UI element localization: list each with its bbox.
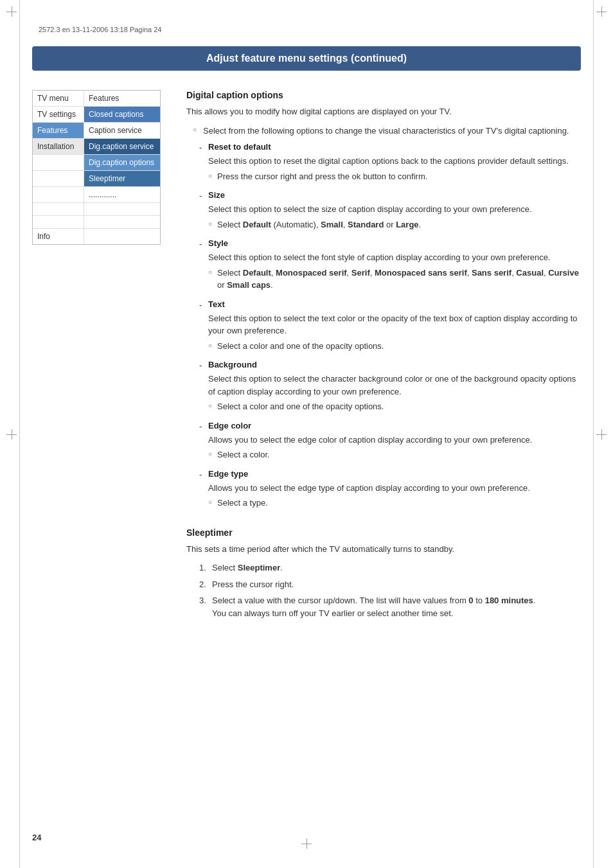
tv-menu-empty-7b	[84, 216, 160, 228]
tv-menu-row-2: Installation Dig.caption service	[33, 139, 160, 155]
side-border-left	[19, 0, 20, 868]
item-reset-text: Select this option to reset the digital …	[208, 155, 581, 168]
section-spacer	[186, 517, 581, 527]
sub-bullet-icon-reset: ○	[208, 172, 215, 179]
sleeptimer-title: Sleeptimer	[186, 527, 581, 538]
item-background-dash: - Background	[199, 360, 581, 370]
tv-menu-row-6	[33, 203, 160, 216]
sleeptimer-step-2: 2. Press the cursor right.	[199, 578, 581, 591]
step-text-3: Select a value with the cursor up/down. …	[212, 594, 535, 619]
page-container: 2572.3 en 13-11-2006 13:18 Pagina 24 Adj…	[0, 0, 613, 868]
tv-menu-header-row: TV menu Features	[33, 91, 160, 107]
tv-menu-dots: .............	[84, 187, 160, 202]
item-reset-dash: - Reset to default	[199, 142, 581, 152]
item-edge-color-label: Edge color	[208, 421, 251, 430]
tv-menu-row-0: TV settings Closed captions	[33, 107, 160, 123]
item-edge-color-dash: - Edge color	[199, 421, 581, 431]
sub-bullet-icon-background: ○	[208, 402, 215, 409]
sleeptimer-step-3: 3. Select a value with the cursor up/dow…	[199, 594, 581, 619]
step-num-2: 2.	[199, 578, 212, 591]
step-text-2: Press the cursor right.	[212, 578, 294, 591]
sub-bullet-icon-size: ○	[208, 220, 215, 227]
main-content: TV menu Features TV settings Closed capt…	[32, 90, 581, 623]
item-edge-type: - Edge type Allows you to select the edg…	[199, 469, 581, 509]
dash-icon-size: -	[199, 191, 208, 200]
item-edge-color-text: Allows you to select the edge color of c…	[208, 434, 581, 447]
tv-menu-empty-5	[33, 187, 84, 202]
tv-menu-row-5: .............	[33, 187, 160, 203]
item-edge-type-label: Edge type	[208, 469, 248, 479]
item-size-text: Select this option to select the size of…	[208, 203, 581, 216]
crosshair-top-left	[6, 6, 17, 17]
item-edge-type-text: Allows you to select the edge type of ca…	[208, 482, 581, 495]
item-reset-label: Reset to default	[208, 142, 271, 152]
bullet-circle-icon: ○	[193, 126, 199, 133]
dash-icon-edge-type: -	[199, 470, 208, 479]
tv-menu-features: Features	[33, 123, 84, 138]
tv-menu-empty-7a	[33, 216, 84, 228]
sub-bullet-icon-text: ○	[208, 342, 215, 349]
doc-meta: 2572.3 en 13-11-2006 13:18 Pagina 24	[32, 26, 581, 33]
tv-menu-col1-header: TV menu	[33, 91, 84, 106]
item-edge-color: - Edge color Allows you to select the ed…	[199, 421, 581, 461]
dash-icon-style: -	[199, 239, 208, 249]
tv-menu-empty-3	[33, 155, 84, 170]
item-edge-type-sub-bullet: ○ Select a type.	[208, 497, 581, 509]
tv-menu-row-1: Features Caption service	[33, 123, 160, 139]
tv-menu-col2-header: Features	[84, 91, 160, 106]
item-text-label: Text	[208, 299, 225, 309]
crosshair-bottom-center	[301, 838, 312, 849]
item-size-sub-text: Select Default (Automatic), Small, Stand…	[217, 218, 421, 231]
item-size-label: Size	[208, 190, 225, 200]
item-background: - Background Select this option to selec…	[199, 360, 581, 413]
content-area: Digital caption options This allows you …	[180, 90, 581, 623]
tv-menu-empty-8b	[84, 229, 160, 244]
digital-caption-title: Digital caption options	[186, 90, 581, 100]
tv-menu-empty-6b	[84, 203, 160, 215]
digital-caption-intro: This allows you to modify how digital ca…	[186, 105, 581, 118]
dash-icon-edge-color: -	[199, 421, 208, 431]
item-edge-type-dash: - Edge type	[199, 469, 581, 479]
item-text-sub-text: Select a color and one of the opacity op…	[217, 340, 384, 353]
tv-menu-digcaptionservice: Dig.caption service	[84, 139, 160, 154]
dash-icon-reset: -	[199, 143, 208, 152]
crosshair-mid-left	[6, 429, 17, 439]
item-style-sub-bullet: ○ Select Default, Monospaced serif, Seri…	[208, 267, 581, 292]
item-size-dash: - Size	[199, 190, 581, 200]
item-style-label: Style	[208, 238, 228, 248]
tv-menu-info: Info	[33, 229, 84, 244]
tv-menu-empty-4	[33, 171, 84, 186]
tv-menu-panel: TV menu Features TV settings Closed capt…	[32, 90, 161, 245]
tv-menu-row-7	[33, 216, 160, 229]
item-background-text: Select this option to select the charact…	[208, 373, 581, 398]
item-style-text: Select this option to select the font st…	[208, 251, 581, 264]
page-title: Adjust feature menu settings (continued)	[32, 46, 581, 71]
sub-bullet-icon-edge-type: ○	[208, 499, 215, 506]
item-style-dash: - Style	[199, 238, 581, 249]
digital-caption-bullet1-text: Select from the following options to cha…	[203, 125, 569, 137]
crosshair-mid-right	[596, 429, 607, 439]
digital-caption-bullet1: ○ Select from the following options to c…	[193, 125, 581, 137]
sleeptimer-intro: This sets a time period after which the …	[186, 543, 581, 556]
item-background-label: Background	[208, 360, 257, 369]
item-background-sub-text: Select a color and one of the opacity op…	[217, 400, 384, 413]
item-style: - Style Select this option to select the…	[199, 238, 581, 292]
tv-menu-digcaptionoptions: Dig.caption options	[84, 155, 160, 170]
item-style-sub-text: Select Default, Monospaced serif, Serif,…	[217, 267, 581, 292]
item-size-sub-bullet: ○ Select Default (Automatic), Small, Sta…	[208, 218, 581, 231]
sleeptimer-steps: 1. Select Sleeptimer. 2. Press the curso…	[199, 562, 581, 619]
item-edge-color-sub-bullet: ○ Select a color.	[208, 448, 581, 461]
dash-icon-background: -	[199, 360, 208, 370]
sleeptimer-step-1: 1. Select Sleeptimer.	[199, 562, 581, 574]
item-background-sub-bullet: ○ Select a color and one of the opacity …	[208, 400, 581, 413]
step-num-1: 1.	[199, 562, 212, 574]
page-number: 24	[32, 833, 41, 842]
dash-icon-text: -	[199, 300, 208, 310]
item-edge-type-sub-text: Select a type.	[217, 497, 268, 509]
tv-menu-installation: Installation	[33, 139, 84, 154]
item-text-sub-bullet: ○ Select a color and one of the opacity …	[208, 340, 581, 353]
step-num-3: 3.	[199, 594, 212, 607]
item-size: - Size Select this option to select the …	[199, 190, 581, 231]
item-text-text: Select this option to select the text co…	[208, 312, 581, 337]
item-edge-color-sub-text: Select a color.	[217, 448, 270, 461]
